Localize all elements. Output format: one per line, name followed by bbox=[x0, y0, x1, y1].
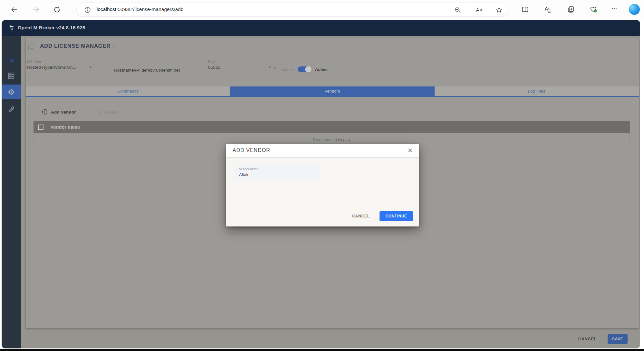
vendor-name-input[interactable] bbox=[239, 172, 315, 177]
zoom-out-icon[interactable] bbox=[454, 6, 461, 14]
add-vendor-dialog: ADD VENDOR ✕ Vendor name CANCEL CONTINUE bbox=[226, 144, 419, 226]
forward-icon[interactable] bbox=[32, 6, 40, 14]
dialog-continue-button[interactable]: CONTINUE bbox=[380, 211, 413, 221]
address-bar[interactable]: localhost:5093/#/license-managers/add bbox=[76, 3, 508, 17]
url-host: localhost bbox=[97, 6, 116, 12]
more-options-icon[interactable]: ⋯ bbox=[611, 5, 619, 12]
dialog-title: ADD VENDOR bbox=[233, 147, 270, 153]
refresh-icon[interactable] bbox=[53, 6, 61, 14]
back-icon[interactable] bbox=[10, 6, 18, 14]
copilot-icon[interactable] bbox=[629, 4, 640, 15]
close-icon[interactable]: ✕ bbox=[406, 146, 414, 155]
vendor-name-field-label: Vendor name bbox=[239, 167, 319, 171]
screen: localhost:5093/#/license-managers/add ⋯ bbox=[0, 0, 644, 351]
window-bottom-edge bbox=[0, 349, 644, 351]
dialog-actions: CANCEL CONTINUE bbox=[352, 211, 413, 221]
vendor-name-field: Vendor name bbox=[235, 165, 319, 180]
dialog-cancel-button[interactable]: CANCEL bbox=[352, 214, 370, 218]
url-text[interactable]: localhost:5093/#/license-managers/add bbox=[97, 6, 184, 12]
favorite-star-icon[interactable] bbox=[495, 6, 503, 14]
browser-essentials-icon[interactable] bbox=[590, 5, 597, 13]
page-info-icon[interactable] bbox=[84, 7, 91, 13]
dialog-header: ADD VENDOR ✕ bbox=[226, 144, 419, 157]
browser-toolbar: localhost:5093/#/license-managers/add ⋯ bbox=[0, 0, 644, 19]
favorites-bar-icon[interactable] bbox=[544, 5, 552, 13]
read-aloud-icon[interactable] bbox=[475, 6, 482, 14]
collections-icon[interactable] bbox=[567, 5, 575, 13]
split-screen-icon[interactable] bbox=[521, 5, 529, 13]
url-path: :5093/#/license-managers/add bbox=[116, 6, 184, 12]
